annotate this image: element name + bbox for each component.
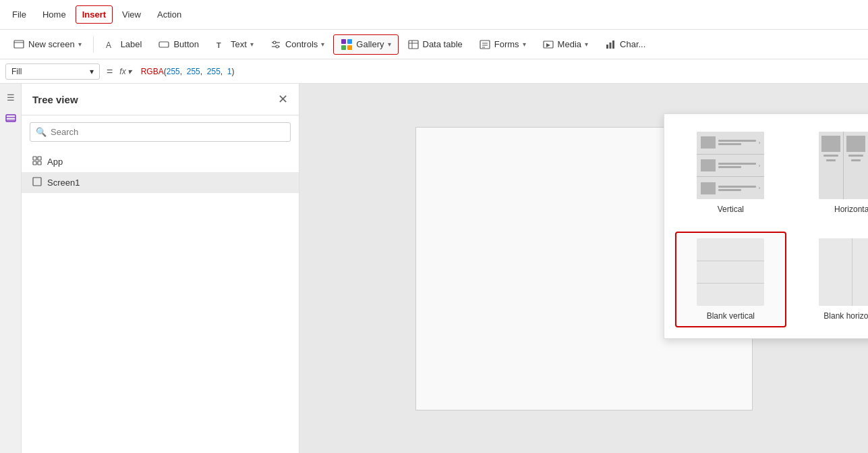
formula-property-chevron: ▾ bbox=[90, 67, 94, 76]
svg-rect-10 bbox=[347, 39, 352, 44]
forms-label: Forms bbox=[494, 39, 519, 49]
gallery-dropdown: › › bbox=[664, 113, 868, 339]
menu-action[interactable]: Action bbox=[150, 5, 188, 24]
svg-text:T: T bbox=[216, 41, 221, 49]
svg-rect-24 bbox=[612, 41, 614, 49]
gallery-label: Gallery bbox=[356, 39, 384, 49]
gallery-icon bbox=[341, 38, 353, 51]
svg-rect-3 bbox=[159, 42, 169, 47]
data-table-icon bbox=[407, 38, 419, 51]
tree-item-app-label: App bbox=[47, 157, 63, 167]
gallery-thumb-vertical: › › bbox=[697, 132, 764, 199]
layers-icon[interactable] bbox=[3, 111, 19, 127]
svg-rect-13 bbox=[409, 41, 418, 49]
sidebar: Tree view ✕ 🔍 App bbox=[22, 84, 299, 453]
gallery-item-horizontal[interactable]: Horizontal bbox=[797, 125, 868, 221]
sidebar-title: Tree view bbox=[32, 94, 78, 105]
sidebar-close-button[interactable]: ✕ bbox=[278, 92, 288, 107]
formula-fx-label: fx bbox=[119, 67, 125, 76]
gallery-chevron: ▾ bbox=[388, 41, 391, 48]
left-strip: ☰ bbox=[0, 84, 22, 453]
button-icon bbox=[158, 38, 170, 51]
svg-text:A: A bbox=[106, 41, 111, 50]
gallery-item-vertical-label: Vertical bbox=[718, 205, 744, 214]
svg-rect-32 bbox=[33, 178, 41, 186]
svg-rect-29 bbox=[38, 157, 41, 160]
chart-label: Char... bbox=[620, 39, 645, 49]
gallery-item-blank-vertical-label: Blank vertical bbox=[707, 311, 755, 321]
formula-fx-button[interactable]: fx ▾ bbox=[119, 67, 131, 76]
gallery-grid: › › bbox=[675, 125, 868, 327]
svg-rect-9 bbox=[341, 39, 346, 44]
forms-button[interactable]: Forms ▾ bbox=[471, 34, 533, 55]
svg-rect-12 bbox=[347, 45, 352, 50]
media-icon bbox=[542, 38, 554, 51]
screen1-icon bbox=[32, 177, 42, 188]
controls-label: Controls bbox=[285, 39, 318, 49]
svg-rect-23 bbox=[610, 43, 612, 49]
media-label: Media bbox=[558, 39, 581, 49]
svg-rect-0 bbox=[14, 41, 24, 48]
svg-point-6 bbox=[273, 41, 276, 44]
formula-property-value: Fill bbox=[11, 67, 22, 76]
tree-item-screen1-label: Screen1 bbox=[47, 178, 80, 188]
gallery-item-blank-horizontal[interactable]: Blank horizontal bbox=[797, 232, 868, 327]
svg-rect-11 bbox=[341, 45, 346, 50]
forms-chevron: ▾ bbox=[523, 41, 526, 48]
menu-home[interactable]: Home bbox=[36, 5, 73, 24]
label-icon: A bbox=[105, 38, 117, 51]
chart-button[interactable]: Char... bbox=[597, 34, 653, 55]
formula-bar: Fill ▾ = fx ▾ RGBA(255, 255, 255, 1) bbox=[0, 59, 868, 84]
formula-equals: = bbox=[104, 65, 115, 78]
sidebar-header: Tree view ✕ bbox=[22, 84, 299, 115]
gallery-thumb-blank-horizontal bbox=[819, 238, 868, 306]
formula-fx-chevron: ▾ bbox=[127, 67, 132, 76]
text-icon: T bbox=[215, 38, 227, 51]
text-chevron: ▾ bbox=[250, 41, 254, 48]
menu-bar: File Home Insert View Action bbox=[0, 0, 868, 30]
tree-items: App Screen1 bbox=[22, 149, 299, 196]
hamburger-icon[interactable]: ☰ bbox=[3, 89, 19, 105]
button-button[interactable]: Button bbox=[150, 34, 206, 55]
search-input[interactable] bbox=[51, 127, 285, 137]
formula-value: RGBA(255, 255, 255, 1) bbox=[136, 64, 240, 79]
menu-view[interactable]: View bbox=[115, 5, 148, 24]
gallery-item-vertical[interactable]: › › bbox=[675, 125, 786, 221]
menu-insert[interactable]: Insert bbox=[76, 5, 113, 24]
new-screen-chevron: ▾ bbox=[78, 41, 82, 48]
canvas-area: › › bbox=[299, 84, 868, 453]
chart-icon bbox=[604, 38, 616, 51]
search-icon: 🔍 bbox=[36, 127, 47, 137]
new-screen-label: New screen bbox=[28, 39, 75, 49]
svg-rect-31 bbox=[38, 161, 41, 165]
gallery-button[interactable]: Gallery ▾ bbox=[333, 34, 398, 55]
menu-file[interactable]: File bbox=[5, 5, 33, 24]
svg-point-8 bbox=[276, 45, 279, 48]
app-icon bbox=[32, 156, 42, 167]
toolbar-sep-1 bbox=[93, 36, 94, 53]
text-label: Text bbox=[231, 39, 247, 49]
controls-button[interactable]: Controls ▾ bbox=[262, 34, 332, 55]
data-table-label: Data table bbox=[423, 39, 463, 49]
svg-rect-22 bbox=[606, 45, 608, 49]
formula-property[interactable]: Fill ▾ bbox=[5, 63, 100, 80]
search-box: 🔍 bbox=[30, 122, 291, 142]
tree-item-app[interactable]: App bbox=[22, 151, 299, 172]
media-button[interactable]: Media ▾ bbox=[535, 34, 596, 55]
new-screen-icon bbox=[13, 38, 25, 51]
gallery-item-blank-vertical[interactable]: Blank vertical bbox=[675, 232, 786, 327]
text-button[interactable]: T Text ▾ bbox=[208, 34, 261, 55]
media-chevron: ▾ bbox=[585, 41, 588, 48]
svg-rect-30 bbox=[33, 161, 36, 165]
gallery-item-horizontal-label: Horizontal bbox=[834, 205, 868, 214]
new-screen-button[interactable]: New screen ▾ bbox=[5, 34, 89, 55]
button-label: Button bbox=[173, 39, 199, 49]
controls-icon bbox=[270, 38, 282, 51]
label-label: Label bbox=[121, 39, 142, 49]
data-table-button[interactable]: Data table bbox=[400, 34, 470, 55]
toolbar: New screen ▾ A Label Button T Text ▾ bbox=[0, 30, 868, 59]
main-area: ☰ Tree view ✕ 🔍 bbox=[0, 84, 868, 453]
label-button[interactable]: A Label bbox=[98, 34, 150, 55]
tree-item-screen1[interactable]: Screen1 bbox=[22, 172, 299, 193]
gallery-item-blank-horizontal-label: Blank horizontal bbox=[823, 311, 868, 321]
